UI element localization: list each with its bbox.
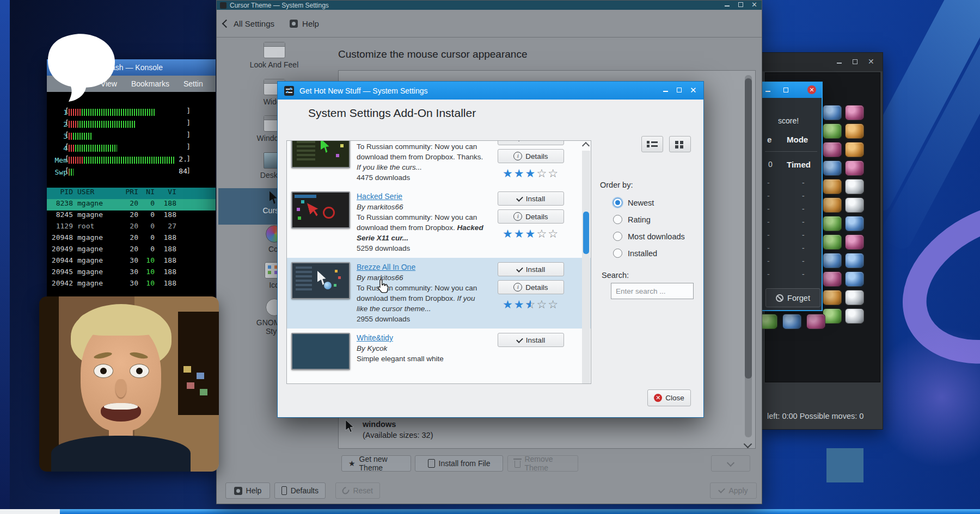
scrollbar[interactable] <box>582 151 590 383</box>
gem-blue[interactable] <box>782 314 801 329</box>
details-button[interactable]: iDetails <box>498 280 564 294</box>
install-button[interactable]: Install <box>498 262 564 276</box>
help-button-bottom[interactable]: Help <box>225 482 270 499</box>
empty-score-row: -- <box>762 231 822 244</box>
gem-orange[interactable] <box>823 290 842 305</box>
maximize-icon[interactable] <box>738 2 744 8</box>
details-button[interactable]: iDetails <box>498 209 564 224</box>
maximize-icon[interactable] <box>783 87 789 93</box>
gem-purple[interactable] <box>845 234 864 250</box>
forget-button[interactable]: Forget <box>765 288 820 307</box>
install-button[interactable]: Install <box>498 333 564 347</box>
apply-button[interactable]: Apply <box>710 482 757 499</box>
addon-title-link[interactable]: Hacked Serie <box>357 192 402 201</box>
minimize-icon[interactable] <box>663 87 669 93</box>
gem-orange[interactable] <box>823 197 842 213</box>
menu-settings[interactable]: Settin <box>183 79 203 88</box>
gem-green[interactable] <box>823 234 842 250</box>
gem-blue[interactable] <box>845 271 864 287</box>
menu-bookmarks[interactable]: Bookmarks <box>131 79 169 88</box>
gem-purple[interactable] <box>823 271 842 287</box>
gem-white[interactable] <box>845 308 864 324</box>
process-row[interactable]: 20948mgagne200188 <box>47 233 216 245</box>
size-dropdown[interactable] <box>711 455 750 472</box>
addon-item[interactable]: Hacked Serie By markitos66 To Russian co… <box>287 187 591 258</box>
defaults-button[interactable]: Defaults <box>274 482 326 499</box>
gem-blue[interactable] <box>845 216 864 231</box>
install-from-file-button[interactable]: Install from File <box>415 455 503 472</box>
maximize-icon[interactable] <box>676 87 682 93</box>
search-input[interactable]: Enter search ... <box>611 283 694 299</box>
addon-title-link[interactable]: White&tidy <box>357 333 393 342</box>
gem-orange[interactable] <box>823 179 842 194</box>
radio-newest[interactable]: Newest <box>613 198 654 207</box>
grid-view-toggle-button[interactable] <box>669 136 691 152</box>
taskbar-left-segment[interactable] <box>0 509 60 514</box>
maximize-icon[interactable] <box>852 59 858 65</box>
check-icon <box>516 336 523 343</box>
chevron-down-icon[interactable] <box>744 440 752 449</box>
gem-blue[interactable] <box>823 105 842 120</box>
all-settings-button[interactable]: All Settings <box>223 19 274 28</box>
reset-button[interactable]: Reset <box>335 482 380 499</box>
radio-installed[interactable]: Installed <box>613 249 657 258</box>
addon-item-selected[interactable]: Brezze All In One By markitos66 To Russi… <box>287 258 591 329</box>
minimize-icon[interactable] <box>836 59 842 65</box>
gem-green[interactable] <box>823 216 842 231</box>
gem-purple[interactable] <box>806 314 825 329</box>
sidebar-item-look-and-feel[interactable]: Look And Feel <box>218 42 330 69</box>
gem-purple[interactable] <box>845 160 864 176</box>
close-icon[interactable]: ✕ <box>690 87 696 93</box>
gem-green[interactable] <box>823 123 842 139</box>
addon-title-link[interactable]: Brezze All In One <box>357 263 415 271</box>
gem-game-titlebar[interactable]: ✕ <box>761 53 883 71</box>
process-row[interactable]: 1129root20027 <box>47 222 216 233</box>
gem-green[interactable] <box>823 308 842 324</box>
taskbar[interactable] <box>0 509 980 514</box>
get-new-theme-button[interactable]: ★Get new Theme <box>341 455 411 472</box>
gem-orange[interactable] <box>845 142 864 157</box>
gem-blue[interactable] <box>845 253 864 268</box>
help-button[interactable]: Help <box>290 19 319 28</box>
close-icon[interactable]: ✕ <box>751 2 757 8</box>
radio-rating[interactable]: Rating <box>613 215 651 224</box>
gem-purple[interactable] <box>823 142 842 157</box>
minimize-icon[interactable] <box>724 2 730 8</box>
scrollbar-thumb[interactable] <box>583 212 589 254</box>
gem-white[interactable] <box>845 179 864 194</box>
dialog-titlebar[interactable]: Get Hot New Stuff — System Settings ✕ <box>278 82 703 100</box>
system-settings-titlebar[interactable]: Cursor Theme — System Settings ✕ <box>217 1 762 10</box>
process-row[interactable]: 20949mgagne200188 <box>47 245 216 256</box>
details-button[interactable]: iDetails <box>498 149 564 163</box>
minimize-icon[interactable] <box>765 87 771 93</box>
addon-item[interactable]: By markitos66 To Russian community: Now … <box>287 140 591 187</box>
empty-score-row: -- <box>762 257 822 270</box>
install-button[interactable]: Install <box>498 140 564 145</box>
process-row[interactable]: 8238mgagne200188 <box>47 199 216 210</box>
addon-item[interactable]: White&tidy By Kycok Simple elegant small… <box>287 329 591 374</box>
score-value: 0 <box>768 160 773 169</box>
gem-blue[interactable] <box>823 160 842 176</box>
highscore-titlebar[interactable]: ✕ <box>762 83 822 98</box>
close-icon[interactable]: ✕ <box>868 59 874 65</box>
cpu-meter: 4 <box>47 142 216 154</box>
remove-theme-button[interactable]: Remove Theme <box>507 455 578 472</box>
gem-purple[interactable] <box>845 105 864 120</box>
gem-white[interactable] <box>845 290 864 305</box>
gem-orange[interactable] <box>845 123 864 139</box>
theme-list-item-windows[interactable]: windows (Available sizes: 32) <box>344 420 433 439</box>
process-row[interactable]: 20944mgagne3010188 <box>47 256 216 268</box>
gem-white[interactable] <box>845 197 864 213</box>
selected-theme-row[interactable] <box>826 448 863 482</box>
process-row[interactable]: 20942mgagne3010188 <box>47 279 216 290</box>
list-view-toggle-button[interactable] <box>641 136 663 152</box>
scrollbar-thumb[interactable] <box>745 78 752 379</box>
install-button[interactable]: Install <box>498 191 564 206</box>
gem-blue[interactable] <box>823 253 842 268</box>
close-button[interactable]: ✕ Close <box>647 389 691 406</box>
radio-most-downloads[interactable]: Most downloads <box>613 232 685 241</box>
scrollbar[interactable] <box>745 75 752 437</box>
process-row[interactable]: 20945mgagne3010188 <box>47 268 216 279</box>
process-row[interactable]: 8245mgagne200188 <box>47 210 216 222</box>
close-icon[interactable]: ✕ <box>807 85 816 94</box>
